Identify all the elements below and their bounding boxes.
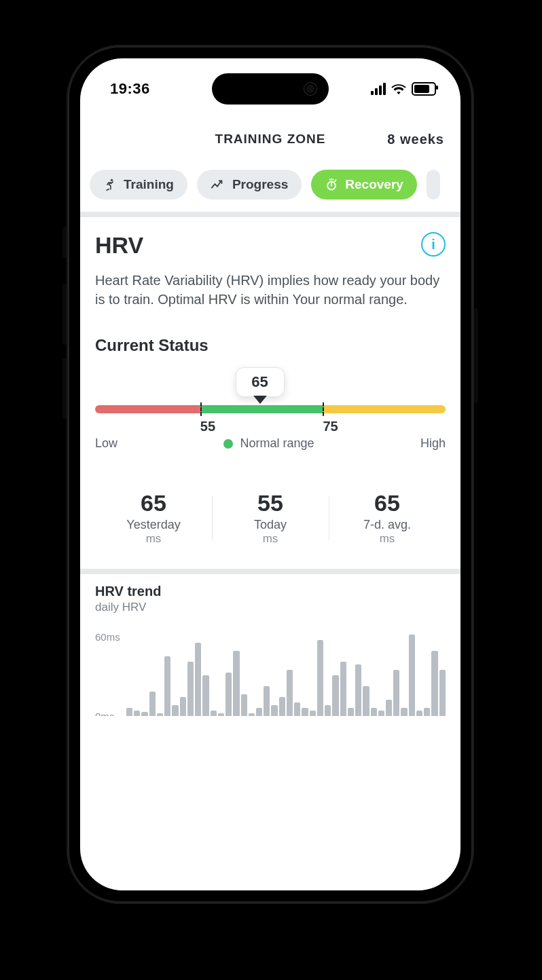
- chart-bar: [325, 705, 331, 716]
- content-scroll[interactable]: TRAINING ZONE 8 weeks Training P: [80, 115, 460, 890]
- chart-bar: [233, 651, 239, 716]
- side-button-vol-down: [62, 358, 67, 419]
- runner-icon: [103, 178, 117, 191]
- stat-today-unit: ms: [212, 532, 329, 546]
- hrv-range-seg-low: [95, 405, 200, 413]
- hrv-range-mid-label: Normal range: [240, 436, 314, 451]
- chart-bar: [241, 694, 247, 716]
- hrv-range-seg-mid: [200, 405, 323, 413]
- app-header: TRAINING ZONE 8 weeks: [80, 115, 460, 163]
- chart-bar: [424, 708, 430, 716]
- battery-icon: [412, 82, 436, 96]
- tabs-bar: Training Progress Recovery: [80, 163, 460, 212]
- chart-bar: [439, 670, 446, 716]
- cellular-signal-icon: [371, 83, 386, 95]
- tab-progress[interactable]: Progress: [197, 170, 302, 200]
- side-button-vol-up: [62, 284, 67, 345]
- status-bar: 19:36: [80, 73, 460, 105]
- chart-bar: [218, 713, 224, 716]
- chart-bar: [310, 711, 316, 716]
- chart-bar: [126, 708, 132, 716]
- chart-bar: [287, 670, 293, 716]
- trend-up-icon: [211, 178, 225, 191]
- header-right-label[interactable]: 8 weeks: [387, 132, 444, 147]
- hrv-range-bar: 55 75: [95, 405, 446, 413]
- hrv-trend-section: HRV trend daily HRV 60ms 0ms: [80, 574, 460, 716]
- info-button[interactable]: i: [421, 232, 446, 257]
- chart-plot-area: [126, 628, 446, 716]
- stopwatch-icon: [325, 178, 338, 191]
- chart-bar: [371, 708, 377, 716]
- stat-7d-label: 7-d. avg.: [329, 518, 446, 532]
- wifi-icon: [391, 83, 406, 94]
- tab-recovery-label: Recovery: [345, 177, 403, 192]
- chart-bar: [355, 664, 361, 716]
- chart-bar: [378, 711, 384, 716]
- stat-yesterday-value: 65: [95, 490, 212, 516]
- phone-frame: 19:36 TRAINING ZONE 8 weeks: [67, 45, 474, 904]
- info-icon: i: [431, 237, 435, 252]
- hrv-section: HRV i Heart Rate Variability (HRV) impli…: [80, 217, 460, 569]
- chart-bar: [149, 692, 156, 716]
- chart-bar: [211, 711, 217, 716]
- chart-bar: [187, 662, 194, 716]
- chart-bar: [172, 705, 178, 716]
- hrv-range-tick-low: [200, 402, 202, 416]
- stat-today-value: 55: [212, 490, 329, 516]
- chart-bar: [340, 662, 346, 716]
- chart-bars: [126, 635, 446, 716]
- side-button-power: [474, 308, 478, 403]
- stat-yesterday: 65 Yesterday ms: [95, 490, 212, 546]
- stat-7d-value: 65: [329, 490, 446, 516]
- hrv-marker-value: 65: [236, 367, 285, 397]
- side-button-silent: [62, 227, 67, 258]
- chart-bar: [202, 675, 209, 716]
- chart-bar: [332, 675, 338, 716]
- section-divider: [80, 569, 460, 574]
- hrv-trend-chart: 60ms 0ms: [95, 628, 446, 716]
- chart-bar: [401, 708, 407, 716]
- chart-bar: [180, 697, 186, 716]
- hrv-range-marker: 65: [236, 367, 285, 404]
- hrv-stats-row: 65 Yesterday ms 55 Today ms 65 7-d. avg.: [95, 486, 446, 561]
- chart-bar: [416, 711, 422, 716]
- screen: 19:36 TRAINING ZONE 8 weeks: [80, 58, 460, 890]
- chart-bar: [157, 713, 163, 716]
- chart-bar: [164, 656, 170, 716]
- chart-bar: [141, 712, 147, 716]
- legend-dot-icon: [223, 439, 233, 449]
- chevron-down-icon: [253, 396, 267, 404]
- chart-bar: [317, 640, 323, 716]
- tab-training[interactable]: Training: [90, 170, 187, 200]
- tab-recovery[interactable]: Recovery: [311, 170, 417, 200]
- chart-bar: [249, 713, 255, 716]
- hrv-range-tick-high: [323, 402, 324, 416]
- chart-bar: [256, 708, 262, 716]
- chart-bar: [271, 705, 277, 716]
- stat-7d-avg: 65 7-d. avg. ms: [329, 490, 446, 546]
- chart-bar: [431, 651, 437, 716]
- hrv-range-high-label: High: [420, 436, 446, 451]
- chart-bar: [279, 697, 285, 716]
- stat-7d-unit: ms: [329, 532, 446, 546]
- hrv-trend-subtitle: daily HRV: [95, 601, 446, 614]
- chart-bar: [348, 708, 354, 716]
- tab-overflow[interactable]: [427, 170, 440, 200]
- chart-bar: [363, 686, 369, 716]
- chart-bar: [134, 711, 140, 716]
- stat-today-label: Today: [212, 518, 329, 532]
- chart-bar: [225, 673, 232, 716]
- page-title: TRAINING ZONE: [215, 132, 326, 147]
- chart-bar: [294, 702, 300, 716]
- tab-progress-label: Progress: [232, 177, 288, 192]
- hrv-description: Heart Rate Variability (HRV) implies how…: [95, 271, 446, 309]
- chart-bar: [386, 700, 392, 716]
- stat-yesterday-label: Yesterday: [95, 518, 212, 532]
- stat-yesterday-unit: ms: [95, 532, 212, 546]
- chart-bar: [302, 708, 308, 716]
- chart-bar: [393, 670, 399, 716]
- hrv-range-low-label: Low: [95, 436, 118, 451]
- tab-training-label: Training: [124, 177, 174, 192]
- section-divider: [80, 212, 460, 217]
- svg-point-0: [111, 179, 113, 181]
